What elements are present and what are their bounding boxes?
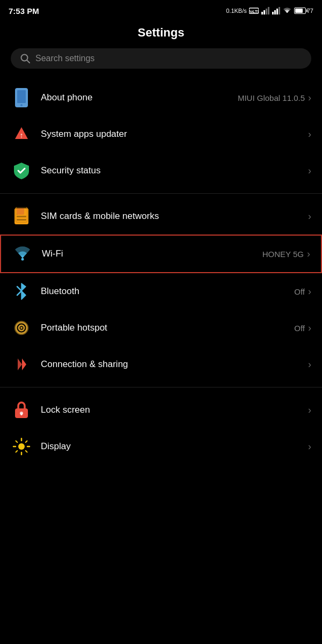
svg-rect-8 — [276, 9, 278, 14]
connection-icon — [11, 354, 32, 375]
update-icon: ↑ — [11, 123, 32, 145]
bluetooth-value: Off — [294, 287, 305, 296]
svg-line-11 — [27, 60, 30, 63]
display-item[interactable]: Display › — [0, 428, 322, 465]
hotspot-icon — [11, 317, 32, 339]
svg-rect-21 — [17, 208, 24, 215]
security-status-item[interactable]: Security status › — [0, 152, 322, 189]
svg-text:VoLTE: VoLTE — [249, 9, 259, 14]
svg-rect-2 — [261, 12, 263, 14]
about-phone-label: About phone — [41, 92, 92, 103]
svg-point-14 — [20, 104, 23, 106]
lock-icon — [11, 399, 32, 421]
volte-icon: VoLTE — [249, 7, 259, 14]
lock-screen-chevron: › — [308, 405, 311, 416]
search-icon — [20, 54, 30, 63]
svg-rect-3 — [264, 10, 265, 14]
wifi-chevron: › — [307, 248, 310, 260]
svg-rect-31 — [21, 413, 23, 415]
phone-icon — [11, 87, 32, 108]
divider-2 — [0, 387, 322, 387]
svg-rect-4 — [266, 9, 267, 14]
wifi-status-icon — [282, 7, 292, 14]
network-speed: 0.1KB/s — [226, 8, 247, 14]
display-label: Display — [41, 441, 71, 452]
lock-screen-label: Lock screen — [41, 405, 90, 415]
svg-rect-7 — [274, 10, 276, 14]
wifi-icon — [12, 243, 33, 265]
svg-rect-19 — [17, 216, 26, 217]
hotspot-chevron: › — [308, 323, 311, 334]
status-time: 7:53 PM — [9, 6, 39, 16]
bluetooth-item[interactable]: Bluetooth Off › — [0, 273, 322, 310]
sim-icon — [11, 206, 32, 227]
display-chevron: › — [308, 441, 311, 452]
svg-text:↑: ↑ — [20, 131, 24, 140]
signal-icon-2 — [272, 7, 280, 14]
wifi-value: HONEY 5G — [262, 250, 304, 259]
svg-rect-5 — [268, 7, 269, 14]
shield-icon — [11, 160, 32, 181]
svg-line-39 — [26, 441, 27, 443]
svg-rect-9 — [279, 7, 280, 14]
about-phone-value: MIUI Global 11.0.5 — [238, 93, 305, 103]
search-placeholder: Search settings — [35, 54, 94, 63]
status-icons: 0.1KB/s VoLTE — [226, 7, 313, 14]
divider-1 — [0, 193, 322, 194]
svg-line-38 — [26, 451, 27, 452]
svg-marker-27 — [18, 358, 22, 370]
battery-percent: 77 — [307, 8, 313, 14]
system-apps-chevron: › — [308, 129, 311, 140]
bluetooth-chevron: › — [308, 286, 311, 297]
security-status-label: Security status — [41, 165, 101, 176]
search-bar[interactable]: Search settings — [11, 48, 311, 69]
battery-indicator: 77 — [294, 8, 313, 14]
sim-cards-item[interactable]: SIM cards & mobile networks › — [0, 198, 322, 235]
signal-icon-1 — [261, 7, 269, 14]
sim-cards-chevron: › — [308, 211, 311, 222]
bluetooth-label: Bluetooth — [41, 286, 79, 297]
system-apps-updater-item[interactable]: ↑ System apps updater › — [0, 116, 322, 152]
sim-cards-label: SIM cards & mobile networks — [41, 211, 159, 222]
hotspot-label: Portable hotspot — [41, 323, 107, 333]
svg-line-40 — [16, 451, 18, 452]
svg-rect-13 — [17, 90, 26, 103]
about-phone-item[interactable]: About phone MIUI Global 11.0.5 › — [0, 79, 322, 116]
hotspot-value: Off — [294, 324, 305, 333]
settings-list: About phone MIUI Global 11.0.5 › ↑ Syste… — [0, 79, 322, 465]
status-bar: 7:53 PM 0.1KB/s VoLTE — [0, 0, 322, 19]
bluetooth-icon — [11, 281, 32, 302]
system-apps-updater-label: System apps updater — [41, 129, 127, 140]
svg-point-26 — [20, 327, 23, 329]
about-phone-chevron: › — [308, 92, 311, 104]
hotspot-item[interactable]: Portable hotspot Off › — [0, 310, 322, 346]
battery-icon — [294, 8, 306, 14]
wifi-item[interactable]: Wi-Fi HONEY 5G › — [0, 235, 322, 273]
lock-screen-item[interactable]: Lock screen › — [0, 392, 322, 428]
connection-sharing-item[interactable]: Connection & sharing › — [0, 346, 322, 383]
svg-rect-6 — [272, 12, 274, 14]
svg-line-37 — [16, 441, 18, 443]
display-icon — [11, 436, 32, 457]
connection-sharing-label: Connection & sharing — [41, 359, 128, 370]
svg-marker-28 — [22, 358, 26, 370]
svg-rect-20 — [17, 219, 26, 221]
connection-sharing-chevron: › — [308, 359, 311, 370]
svg-point-23 — [21, 258, 24, 261]
svg-point-32 — [18, 443, 25, 450]
security-status-chevron: › — [308, 165, 311, 177]
page-title: Settings — [0, 19, 322, 48]
wifi-label: Wi-Fi — [42, 248, 63, 259]
